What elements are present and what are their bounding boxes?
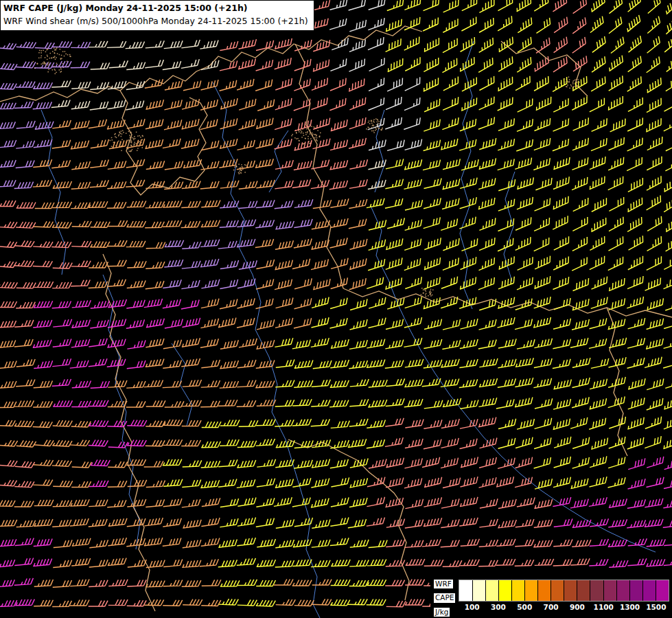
legend-color-segment: [577, 580, 590, 601]
legend-tick-labels: 100300500700900110013001500: [459, 602, 669, 613]
legend-color-bar: [459, 580, 669, 602]
title-cape-line: WRF CAPE (J/kg) Monday 24-11-2025 15:00 …: [3, 2, 308, 15]
legend-tick: 100: [465, 603, 480, 611]
legend-color-segment: [616, 580, 629, 601]
cape-legend: WRF CAPE J/kg 10030050070090011001300150…: [430, 577, 672, 618]
legend-tick: 900: [570, 603, 585, 611]
legend-tick: 1300: [620, 603, 640, 611]
legend-labels: WRF CAPE J/kg: [434, 580, 455, 617]
legend-scale: 100300500700900110013001500: [459, 580, 669, 617]
legend-color-segment: [524, 580, 537, 601]
legend-unit-label: J/kg: [434, 608, 450, 617]
legend-color-segment: [642, 580, 656, 601]
legend-tick: 1100: [594, 603, 614, 611]
legend-color-segment: [472, 580, 485, 601]
legend-color-segment: [551, 580, 564, 601]
legend-tick: 500: [517, 603, 532, 611]
map-title-box: WRF CAPE (J/kg) Monday 24-11-2025 15:00 …: [0, 0, 314, 31]
legend-tick: 700: [544, 603, 559, 611]
legend-color-segment: [498, 580, 511, 601]
legend-color-segment: [511, 580, 524, 601]
legend-color-segment: [564, 580, 577, 601]
weather-map-view: WRF CAPE (J/kg) Monday 24-11-2025 15:00 …: [0, 0, 672, 618]
legend-color-segment: [590, 580, 603, 601]
legend-tick: 1500: [646, 603, 666, 611]
legend-color-segment: [537, 580, 551, 601]
legend-color-segment: [629, 580, 642, 601]
legend-color-segment: [485, 580, 498, 601]
legend-param-label: CAPE: [434, 593, 455, 602]
weather-map-canvas: [0, 0, 672, 618]
legend-model-label: WRF: [434, 580, 453, 588]
legend-tick: 300: [491, 603, 506, 611]
legend-color-segment: [603, 580, 616, 601]
legend-color-segment: [459, 580, 472, 601]
legend-color-segment: [656, 580, 669, 601]
title-wind-shear-line: WRF Wind shear (m/s) 500/1000hPa Monday …: [3, 15, 308, 28]
